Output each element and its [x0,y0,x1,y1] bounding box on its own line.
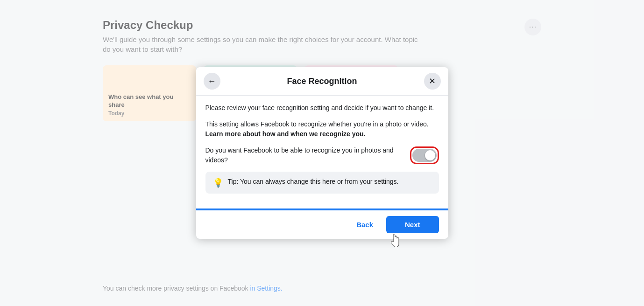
learn-more-link[interactable]: Learn more about how and when we recogni… [205,130,366,138]
modal-close-button[interactable]: ✕ [424,73,441,90]
back-button[interactable]: Back [349,217,381,232]
modal-title: Face Recognition [287,76,357,86]
tip-text: Tip: You can always change this here or … [228,177,399,187]
modal-paragraph-1: Please review your face recognition sett… [205,103,439,113]
close-icon: ✕ [429,76,436,86]
next-button[interactable]: Next [386,216,439,233]
modal-body: Please review your face recognition sett… [196,96,448,203]
modal-paragraph-2: This setting allows Facebook to recogniz… [205,119,439,139]
lightbulb-icon: 💡 [213,178,223,188]
toggle-highlight-box [410,146,439,164]
modal-header: ← Face Recognition ✕ [196,67,448,96]
back-arrow-icon: ← [208,76,216,86]
toggle-row: Do you want Facebook to be able to recog… [205,146,439,165]
modal-backdrop: ← Face Recognition ✕ Please review your … [0,0,644,306]
face-recognition-toggle[interactable] [412,149,437,162]
modal-back-arrow-button[interactable]: ← [204,73,220,90]
face-recognition-modal: ← Face Recognition ✕ Please review your … [196,67,448,239]
modal-footer: Back Next [196,210,448,239]
tip-box: 💡 Tip: You can always change this here o… [205,172,439,194]
toggle-question-text: Do you want Facebook to be able to recog… [205,146,410,165]
toggle-knob [425,150,435,160]
